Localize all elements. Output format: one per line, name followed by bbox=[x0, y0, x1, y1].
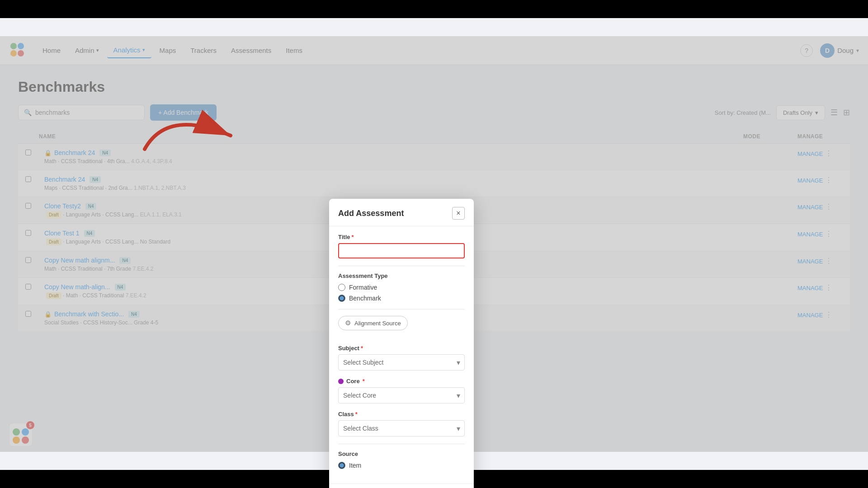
core-field-group: Core * Select Core bbox=[338, 378, 465, 404]
class-select-wrapper: Select Class bbox=[338, 420, 465, 436]
required-star-class: * bbox=[355, 411, 358, 418]
core-select-wrapper: Select Core bbox=[338, 387, 465, 404]
modal-title: Add Assessment bbox=[338, 209, 404, 218]
subject-label: Subject * bbox=[338, 345, 465, 352]
divider-2 bbox=[338, 309, 465, 310]
core-select[interactable]: Select Core bbox=[338, 387, 465, 404]
formative-radio[interactable] bbox=[338, 284, 345, 291]
arrow-annotation bbox=[131, 99, 249, 155]
divider-3 bbox=[338, 444, 465, 444]
title-field-group: Title * bbox=[338, 234, 465, 258]
modal-header: Add Assessment × bbox=[329, 199, 474, 226]
modal-close-button[interactable]: × bbox=[452, 207, 465, 220]
item-radio-item[interactable]: Item bbox=[338, 462, 465, 469]
divider bbox=[338, 266, 465, 266]
formative-radio-item[interactable]: Formative bbox=[338, 284, 465, 291]
app-background: Home Admin ▾ Analytics ▾ Maps Trackers A… bbox=[0, 18, 868, 470]
subject-select[interactable]: Select Subject bbox=[338, 354, 465, 371]
top-bar bbox=[0, 0, 868, 18]
required-star-subject: * bbox=[361, 345, 363, 352]
title-input-wrapper bbox=[338, 243, 465, 258]
assessment-type-label: Assessment Type bbox=[338, 272, 465, 279]
core-label: Core * bbox=[338, 378, 465, 385]
source-field-group: Source Item bbox=[338, 450, 465, 469]
required-star: * bbox=[352, 234, 354, 240]
alignment-source-group: ⚙ Alignment Source bbox=[338, 316, 465, 338]
modal-footer: Cancel Next bbox=[329, 483, 474, 488]
class-select[interactable]: Select Class bbox=[338, 420, 465, 436]
subject-select-wrapper: Select Subject bbox=[338, 354, 465, 371]
alignment-source-button[interactable]: ⚙ Alignment Source bbox=[338, 316, 408, 330]
class-label: Class * bbox=[338, 411, 465, 418]
title-input[interactable] bbox=[344, 247, 459, 254]
item-radio[interactable] bbox=[338, 462, 345, 469]
core-dot-icon bbox=[338, 379, 344, 384]
gear-icon: ⚙ bbox=[345, 319, 351, 327]
source-label: Source bbox=[338, 450, 465, 457]
class-field-group: Class * Select Class bbox=[338, 411, 465, 436]
required-star-core: * bbox=[363, 378, 365, 385]
benchmark-label: Benchmark bbox=[349, 295, 381, 302]
benchmark-radio-item[interactable]: Benchmark bbox=[338, 295, 465, 302]
assessment-type-group: Assessment Type Formative Benchmark bbox=[338, 272, 465, 302]
modal-body: Title * Assessment Type Formative Benchm… bbox=[329, 226, 474, 483]
benchmark-radio[interactable] bbox=[338, 295, 345, 302]
formative-label: Formative bbox=[349, 284, 377, 291]
title-label: Title * bbox=[338, 234, 465, 240]
subject-field-group: Subject * Select Subject bbox=[338, 345, 465, 371]
item-radio-label: Item bbox=[349, 462, 361, 469]
add-assessment-modal: Add Assessment × Title * Assessment Type bbox=[329, 199, 474, 488]
